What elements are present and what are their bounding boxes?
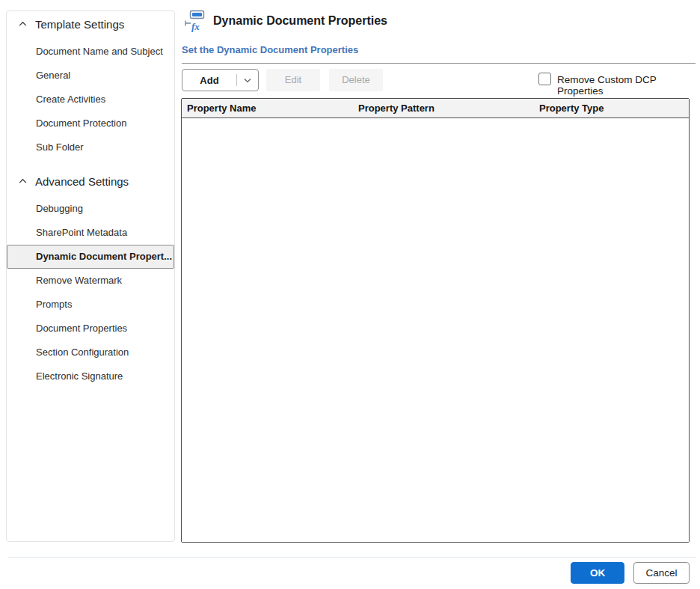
sidebar-item-prompts[interactable]: Prompts <box>7 293 174 317</box>
sidebar-item-sharepoint-metadata[interactable]: SharePoint Metadata <box>7 221 174 245</box>
header-divider <box>182 63 696 64</box>
sidebar-item-section-configuration[interactable]: Section Configuration <box>7 341 174 364</box>
sidebar-item-document-name-and-subject[interactable]: Document Name and Subject <box>7 40 174 64</box>
chevron-up-icon <box>18 19 28 29</box>
sidebar-item-document-protection[interactable]: Document Protection <box>7 112 174 135</box>
sidebar-item-general[interactable]: General <box>7 64 174 88</box>
sidebar-item-electronic-signature[interactable]: Electronic Signature <box>7 364 174 388</box>
chevron-down-icon[interactable] <box>237 76 258 85</box>
column-header-property-type[interactable]: Property Type <box>539 103 689 114</box>
sidebar-item-create-activities[interactable]: Create Activities <box>7 88 174 112</box>
sidebar-section-label: Template Settings <box>35 18 124 31</box>
properties-table-header: Property Name Property Pattern Property … <box>182 99 689 118</box>
settings-sidebar: Template Settings Document Name and Subj… <box>6 10 175 542</box>
add-button-label: Add <box>182 75 236 86</box>
sidebar-section-label: Advanced Settings <box>35 175 129 188</box>
remove-custom-dcp-checkbox[interactable] <box>538 73 551 85</box>
svg-text:fx: fx <box>191 21 200 32</box>
page-subtitle: Set the Dynamic Document Properties <box>182 44 358 55</box>
properties-table: Property Name Property Pattern Property … <box>181 98 690 543</box>
remove-custom-dcp-label: Remove Custom DCP Properties <box>557 74 700 97</box>
sidebar-item-debugging[interactable]: Debugging <box>7 197 174 221</box>
sidebar-item-sub-folder[interactable]: Sub Folder <box>7 135 174 159</box>
sidebar-item-remove-watermark[interactable]: Remove Watermark <box>7 269 174 293</box>
ok-button[interactable]: OK <box>571 562 624 584</box>
column-header-property-pattern[interactable]: Property Pattern <box>358 103 539 114</box>
page-title: Dynamic Document Properties <box>213 14 387 28</box>
properties-table-body[interactable] <box>182 118 689 542</box>
chevron-up-icon <box>18 177 28 186</box>
dynamic-properties-fx-icon: fx <box>184 9 206 34</box>
sidebar-section-template-settings[interactable]: Template Settings <box>7 13 174 35</box>
sidebar-item-dynamic-document-properties[interactable]: Dynamic Document Propert... <box>7 245 174 269</box>
add-split-button[interactable]: Add <box>182 69 259 91</box>
sidebar-item-document-properties[interactable]: Document Properties <box>7 317 174 341</box>
edit-button[interactable]: Edit <box>266 69 320 91</box>
sidebar-section-advanced-settings[interactable]: Advanced Settings <box>7 170 174 192</box>
column-header-property-name[interactable]: Property Name <box>182 103 358 114</box>
cancel-button[interactable]: Cancel <box>633 562 690 584</box>
delete-button[interactable]: Delete <box>329 69 383 91</box>
footer-divider <box>7 557 696 558</box>
